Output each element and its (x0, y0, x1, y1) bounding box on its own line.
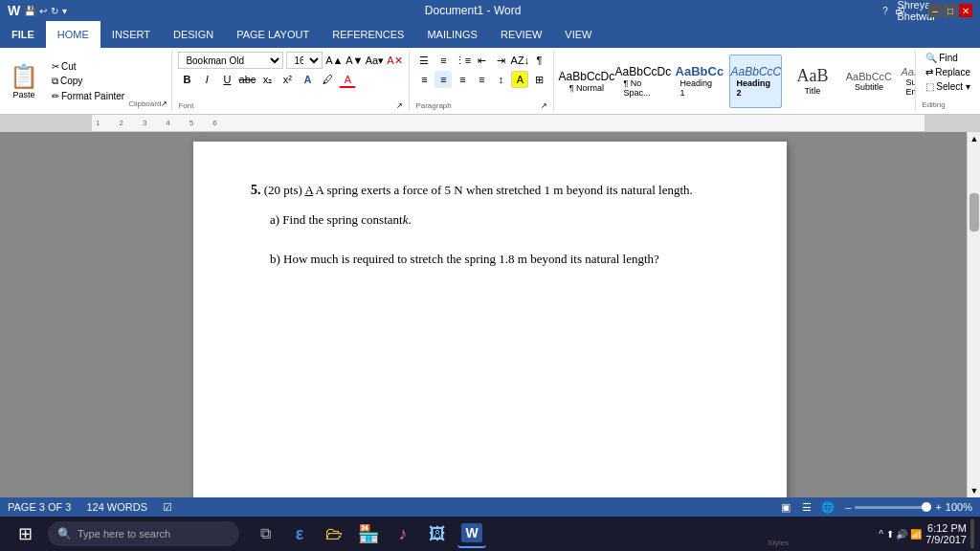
tab-mailings[interactable]: MAILINGS (415, 21, 489, 48)
clear-formatting-button[interactable]: A✕ (386, 52, 403, 69)
status-bar-right: ▣ ☰ 🌐 – + 100% (776, 499, 972, 515)
font-shrink-button[interactable]: A▼ (345, 52, 363, 69)
paste-button[interactable]: 📋 Paste (4, 52, 44, 110)
close-btn[interactable]: ✕ (959, 4, 972, 17)
select-button[interactable]: ⬚ Select ▾ (922, 80, 974, 93)
sort-button[interactable]: AZ↓ (511, 52, 528, 69)
shading-button[interactable]: A (511, 71, 528, 88)
numbered-list-button[interactable]: ≡ (434, 52, 452, 69)
tab-review[interactable]: REVIEW (489, 21, 553, 48)
borders-button[interactable]: ⊞ (530, 71, 547, 88)
show-marks-button[interactable]: ¶ (530, 52, 547, 69)
web-layout-btn[interactable]: 🌐 (818, 499, 837, 515)
text-effects-button[interactable]: A (299, 71, 316, 88)
print-layout-btn[interactable]: ▣ (776, 499, 795, 515)
taskbar-app-word[interactable]: W (457, 519, 486, 548)
status-bar: PAGE 3 OF 3 124 WORDS ☑ ▣ ☰ 🌐 – + 100% (0, 497, 980, 517)
taskbar-app-music[interactable]: ♪ (389, 519, 417, 548)
change-case-button[interactable]: Aa▾ (366, 52, 383, 69)
style-heading1[interactable]: AaBbCc Heading 1 (673, 55, 725, 108)
strikethrough-button[interactable]: abc (238, 71, 256, 88)
font-expand-icon[interactable]: ↗ (396, 101, 403, 110)
copy-label: Copy (60, 76, 82, 86)
show-desktop-btn[interactable] (970, 519, 974, 548)
style-normal[interactable]: AaBbCcDc ¶ Normal (560, 55, 612, 108)
zoom-in-icon[interactable]: + (935, 501, 941, 513)
replace-button[interactable]: ⇄ Replace (922, 66, 974, 78)
format-painter-button[interactable]: ✏ Format Painter (48, 90, 128, 102)
italic-button[interactable]: I (198, 71, 215, 88)
minimize-btn[interactable]: – (928, 4, 942, 17)
sub-b-text: b) How much is required to stretch the s… (270, 252, 659, 266)
scroll-down-button[interactable]: ▼ (968, 484, 980, 497)
font-family-select[interactable]: Bookman Old (178, 52, 283, 69)
copy-button[interactable]: ⧉ Copy (48, 75, 128, 88)
align-left-button[interactable]: ≡ (415, 71, 433, 88)
style-subtle-em[interactable]: AaBbCcDi Subtle Em... (899, 55, 916, 108)
style-heading2[interactable]: AaBbCcC Heading 2 (729, 55, 782, 108)
font-grow-button[interactable]: A▲ (325, 52, 343, 69)
replace-icon: ⇄ (925, 67, 933, 77)
paragraph-group-label: Paragraph (415, 101, 451, 110)
windows-icon: ⊞ (18, 523, 33, 544)
subscript-button[interactable]: x₂ (258, 71, 276, 88)
style-no-space[interactable]: AaBbCcDc ¶ No Spac... (616, 55, 669, 108)
maximize-btn[interactable]: □ (944, 4, 957, 17)
replace-label: Replace (935, 67, 970, 77)
tab-page-layout[interactable]: PAGE LAYOUT (225, 21, 321, 48)
align-center-button[interactable]: ≡ (434, 71, 452, 88)
zoom-slider[interactable]: – + 100% (845, 501, 972, 513)
style-h2-preview: AaBbCcC (731, 65, 782, 78)
scroll-up-button[interactable]: ▲ (968, 132, 980, 145)
taskbar-app-store[interactable]: 🏪 (354, 519, 383, 548)
style-title[interactable]: AaB Title (786, 55, 838, 108)
cut-button[interactable]: ✂ Cut (48, 60, 128, 73)
document-page[interactable]: 5. (20 pts) A A spring exerts a force of… (193, 142, 787, 497)
bold-button[interactable]: B (178, 71, 195, 88)
quick-save-icon[interactable]: 💾 (24, 6, 35, 16)
bullet-list-button[interactable]: ☰ (415, 52, 433, 69)
taskbar-app-files[interactable]: 🗁 (320, 519, 348, 548)
multilevel-list-button[interactable]: ⋮≡ (454, 52, 471, 69)
style-h1-preview: AaBbCc (676, 64, 724, 78)
vertical-scrollbar[interactable]: ▲ ▼ (967, 132, 980, 497)
increase-indent-button[interactable]: ⇥ (492, 52, 509, 69)
undo-icon[interactable]: ↩ (39, 6, 47, 16)
clipboard-expand-icon[interactable]: ↗ (161, 99, 167, 108)
zoom-out-icon[interactable]: – (845, 501, 851, 513)
scroll-thumb[interactable] (969, 193, 979, 231)
tab-home[interactable]: HOME (46, 21, 100, 48)
highlight-color-button[interactable]: 🖊 (319, 71, 336, 88)
font-color-button[interactable]: A (339, 71, 356, 88)
style-h2-label: Heading 2 (736, 78, 775, 98)
help-icon[interactable]: ? (879, 4, 892, 17)
question-5: 5. (20 pts) A A spring exerts a force of… (251, 180, 729, 201)
align-right-button[interactable]: ≡ (454, 71, 471, 88)
start-button[interactable]: ⊞ (6, 519, 44, 548)
font-group-label: Font (178, 101, 193, 110)
taskbar-app-edge[interactable]: ε (285, 519, 314, 548)
decrease-indent-button[interactable]: ⇤ (473, 52, 490, 69)
redo-icon[interactable]: ↻ (51, 6, 58, 16)
style-subtitle[interactable]: AaBbCcC Subtitle (842, 55, 895, 108)
justify-button[interactable]: ≡ (473, 71, 490, 88)
underline-button[interactable]: U (218, 71, 235, 88)
font-size-select[interactable]: 16 (286, 52, 323, 69)
taskbar-app-photos[interactable]: 🖼 (423, 519, 452, 548)
tab-references[interactable]: REFERENCES (321, 21, 415, 48)
paragraph-expand-icon[interactable]: ↗ (541, 101, 547, 110)
ruler-body[interactable]: 1 2 3 4 5 6 (92, 119, 924, 127)
line-spacing-button[interactable]: ↕ (492, 71, 509, 88)
tab-file[interactable]: FILE (0, 21, 46, 48)
superscript-button[interactable]: x² (278, 71, 296, 88)
zoom-thumb[interactable] (922, 502, 931, 512)
taskbar-app-0[interactable]: ⧉ (251, 519, 279, 548)
search-bar[interactable]: 🔍 Type here to search (48, 521, 239, 546)
zoom-track[interactable] (855, 506, 931, 509)
tab-view[interactable]: VIEW (553, 21, 603, 48)
tab-insert[interactable]: INSERT (100, 21, 162, 48)
read-mode-btn[interactable]: ☰ (797, 499, 816, 515)
document-area: 5. (20 pts) A A spring exerts a force of… (0, 132, 980, 497)
find-button[interactable]: 🔍 Find (922, 52, 974, 64)
tab-design[interactable]: DESIGN (162, 21, 225, 48)
